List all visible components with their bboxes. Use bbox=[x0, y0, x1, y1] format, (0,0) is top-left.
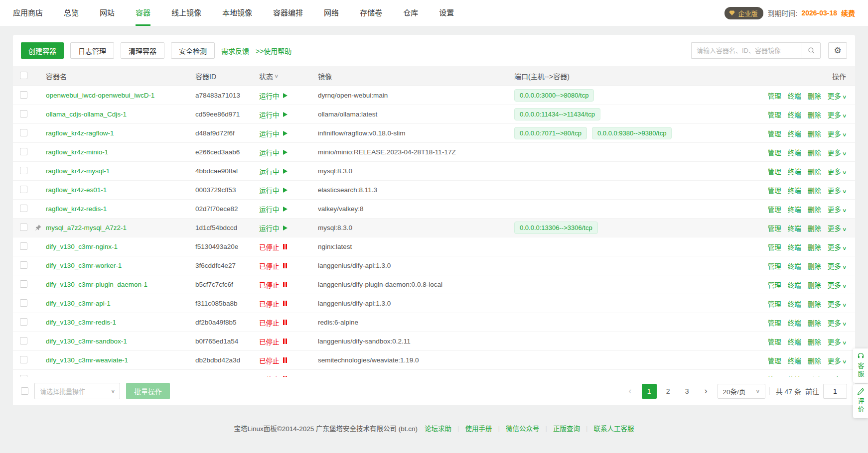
container-name-link[interactable]: dify_v130_c3mr-sandbox-1 bbox=[46, 338, 127, 345]
row-action-more[interactable]: 更多∨ bbox=[828, 299, 846, 309]
row-action-manage[interactable]: 管理 bbox=[768, 355, 781, 365]
row-action-more[interactable]: 更多∨ bbox=[828, 280, 846, 290]
row-action-delete[interactable]: 删除 bbox=[808, 337, 821, 346]
row-checkbox[interactable] bbox=[20, 356, 27, 363]
row-action-terminal[interactable]: 终端 bbox=[788, 355, 801, 365]
row-action-delete[interactable]: 删除 bbox=[808, 166, 821, 176]
container-name-link[interactable]: dify_v130_c3mr-worker-1 bbox=[46, 262, 122, 269]
row-action-manage[interactable]: 管理 bbox=[768, 147, 781, 157]
row-action-terminal[interactable]: 终端 bbox=[788, 147, 801, 157]
row-checkbox[interactable] bbox=[20, 337, 27, 344]
row-action-more[interactable]: 更多∨ bbox=[828, 261, 846, 271]
row-action-terminal[interactable]: 终端 bbox=[788, 299, 801, 309]
play-icon[interactable] bbox=[283, 131, 288, 136]
footer-link-1[interactable]: 论坛求助 bbox=[425, 423, 451, 433]
row-checkbox[interactable] bbox=[20, 318, 27, 326]
pause-icon[interactable] bbox=[283, 376, 287, 377]
container-name-link[interactable]: ragflow_kr4z-mysql-1 bbox=[46, 167, 110, 175]
nav-item-7[interactable]: 容器编排 bbox=[273, 0, 303, 26]
row-action-more[interactable]: 更多∨ bbox=[828, 355, 846, 365]
play-icon[interactable] bbox=[283, 226, 288, 230]
container-name-link[interactable]: dify_v130_c3mr-weaviate-1 bbox=[46, 356, 128, 364]
row-checkbox[interactable] bbox=[20, 242, 27, 250]
prev-page-button[interactable]: ‹ bbox=[623, 384, 638, 399]
search-input[interactable] bbox=[691, 42, 802, 59]
row-action-terminal[interactable]: 终端 bbox=[788, 185, 801, 195]
row-checkbox[interactable] bbox=[20, 186, 27, 193]
row-action-terminal[interactable]: 终端 bbox=[788, 242, 801, 252]
row-action-more[interactable]: 更多∨ bbox=[828, 147, 846, 157]
row-action-delete[interactable]: 删除 bbox=[808, 185, 821, 195]
header-status-filter[interactable]: 状态∨ bbox=[259, 71, 318, 81]
container-name-link[interactable]: ragflow_kr4z-es01-1 bbox=[46, 186, 107, 194]
row-action-manage[interactable]: 管理 bbox=[768, 91, 781, 101]
footer-link-2[interactable]: 使用手册 bbox=[465, 423, 492, 433]
row-action-delete[interactable]: 删除 bbox=[808, 280, 821, 290]
feedback-link[interactable]: 需求反馈 bbox=[221, 46, 249, 56]
row-action-manage[interactable]: 管理 bbox=[768, 280, 781, 290]
row-action-delete[interactable]: 删除 bbox=[808, 261, 821, 271]
row-action-delete[interactable]: 删除 bbox=[808, 110, 821, 119]
row-checkbox[interactable] bbox=[20, 110, 27, 117]
play-icon[interactable] bbox=[283, 169, 288, 174]
play-icon[interactable] bbox=[283, 112, 288, 117]
row-action-manage[interactable]: 管理 bbox=[768, 185, 781, 195]
security-check-button[interactable]: 安全检测 bbox=[171, 42, 215, 59]
row-action-more[interactable]: 更多∨ bbox=[828, 318, 846, 328]
row-action-manage[interactable]: 管理 bbox=[768, 128, 781, 138]
row-action-delete[interactable]: 删除 bbox=[808, 204, 821, 214]
row-action-terminal[interactable]: 终端 bbox=[788, 374, 801, 377]
batch-operation-select[interactable]: 请选择批量操作 ∨ bbox=[34, 383, 120, 399]
license-badge[interactable]: 企业版 bbox=[724, 7, 763, 19]
row-action-more[interactable]: 更多∨ bbox=[828, 128, 846, 138]
row-action-delete[interactable]: 删除 bbox=[808, 91, 821, 101]
nav-item-9[interactable]: 存储卷 bbox=[360, 0, 382, 26]
row-checkbox[interactable] bbox=[20, 261, 27, 269]
row-checkbox[interactable] bbox=[20, 91, 27, 99]
container-name-link[interactable]: dify_v130_c3mr-web-1 bbox=[46, 375, 114, 377]
pause-icon[interactable] bbox=[283, 282, 287, 287]
row-action-more[interactable]: 更多∨ bbox=[828, 185, 846, 195]
footer-link-3[interactable]: 微信公众号 bbox=[506, 423, 540, 433]
select-all-checkbox[interactable] bbox=[20, 72, 27, 79]
row-action-manage[interactable]: 管理 bbox=[768, 204, 781, 214]
row-action-delete[interactable]: 删除 bbox=[808, 223, 821, 233]
container-name-link[interactable]: dify_v130_c3mr-redis-1 bbox=[46, 319, 116, 326]
page-number-2[interactable]: 2 bbox=[661, 384, 676, 399]
row-checkbox[interactable] bbox=[20, 224, 27, 231]
row-action-manage[interactable]: 管理 bbox=[768, 299, 781, 309]
row-action-terminal[interactable]: 终端 bbox=[788, 318, 801, 328]
row-action-more[interactable]: 更多∨ bbox=[828, 110, 846, 119]
row-action-terminal[interactable]: 终端 bbox=[788, 261, 801, 271]
container-name-link[interactable]: ollama_cdjs-ollama_Cdjs-1 bbox=[46, 111, 127, 118]
row-checkbox[interactable] bbox=[20, 280, 27, 288]
nav-item-1[interactable]: 应用商店 bbox=[13, 0, 43, 26]
nav-item-4[interactable]: 容器 bbox=[136, 0, 150, 26]
row-action-delete[interactable]: 删除 bbox=[808, 128, 821, 138]
row-checkbox[interactable] bbox=[20, 148, 27, 155]
help-link[interactable]: >>使用帮助 bbox=[256, 46, 291, 56]
nav-item-11[interactable]: 设置 bbox=[439, 0, 454, 26]
row-action-terminal[interactable]: 终端 bbox=[788, 166, 801, 176]
row-action-terminal[interactable]: 终端 bbox=[788, 223, 801, 233]
goto-page-input[interactable] bbox=[823, 384, 847, 399]
pause-icon[interactable] bbox=[283, 357, 287, 363]
batch-apply-button[interactable]: 批量操作 bbox=[126, 383, 170, 399]
row-action-manage[interactable]: 管理 bbox=[768, 261, 781, 271]
page-number-1[interactable]: 1 bbox=[642, 384, 657, 399]
row-action-manage[interactable]: 管理 bbox=[768, 242, 781, 252]
nav-item-5[interactable]: 线上镜像 bbox=[171, 0, 201, 26]
container-name-link[interactable]: ragflow_kr4z-minio-1 bbox=[46, 148, 108, 156]
row-action-manage[interactable]: 管理 bbox=[768, 223, 781, 233]
nav-item-2[interactable]: 总览 bbox=[64, 0, 79, 26]
nav-item-6[interactable]: 本地镜像 bbox=[222, 0, 252, 26]
customer-service-widget[interactable]: 客服 bbox=[853, 348, 868, 383]
row-action-more[interactable]: 更多∨ bbox=[828, 91, 846, 101]
row-action-terminal[interactable]: 终端 bbox=[788, 337, 801, 346]
pause-icon[interactable] bbox=[283, 263, 287, 268]
container-name-link[interactable]: dify_v130_c3mr-api-1 bbox=[46, 300, 111, 307]
renew-link[interactable]: 续费 bbox=[841, 8, 855, 18]
row-action-more[interactable]: 更多∨ bbox=[828, 374, 846, 377]
settings-button[interactable]: ⚙ bbox=[828, 42, 847, 59]
rate-widget[interactable]: 评价 bbox=[853, 384, 868, 418]
